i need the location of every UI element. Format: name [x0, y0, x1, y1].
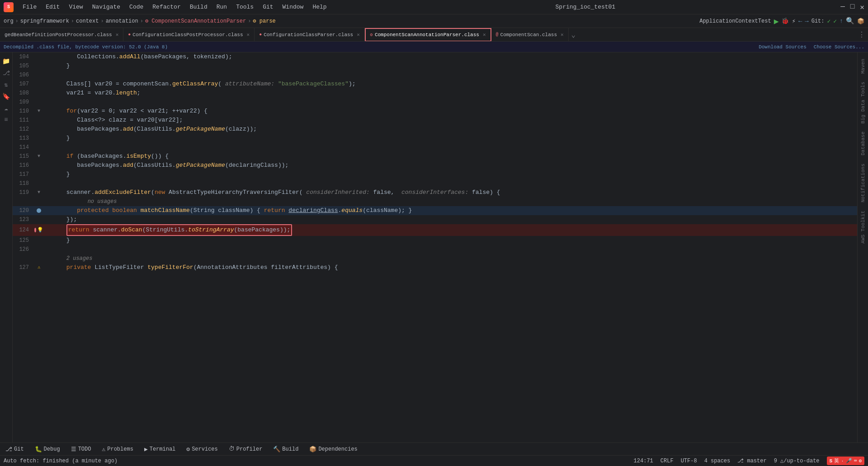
code-editor[interactable]: 104 Collections.addAll(basePackages, tok… [13, 52, 857, 442]
sidebar-pull-requests-icon[interactable]: ⇅ [1, 80, 11, 89]
sidebar-aws[interactable]: AWS Toolkit [859, 208, 867, 246]
tab-settings-button[interactable]: ⋮ [855, 30, 868, 39]
tab-4-close[interactable]: ✕ [561, 32, 564, 38]
mic-icon[interactable]: 🎤 [846, 458, 852, 464]
breadcrumb-context[interactable]: context [76, 18, 99, 24]
menu-help[interactable]: Help [309, 3, 330, 11]
nav-forward[interactable]: → [805, 18, 808, 25]
maximize-button[interactable]: □ [850, 3, 855, 12]
breadcrumb: org › springframework › context › annota… [4, 18, 276, 24]
fold-icon-119[interactable]: ▼ [38, 188, 40, 197]
indent[interactable]: 4 spaces [704, 458, 731, 464]
tab-bar: gedBeanDefinitionPostProcessor.class ✕ ●… [0, 28, 868, 42]
info-bar: Decompiled .class file, bytecode version… [0, 42, 868, 52]
toolbar-problems[interactable]: ⚠ Problems [100, 445, 135, 454]
menu-tools[interactable]: Tools [232, 3, 257, 11]
cursor-position[interactable]: 124:71 [634, 458, 653, 464]
toolbar-todo[interactable]: ☰ TODO [69, 445, 93, 454]
lang-toggle[interactable]: 英 [834, 457, 839, 464]
tab-2-close[interactable]: ✕ [357, 32, 360, 38]
code-text-112: basePackages.add(ClassUtils.getPackageNa… [43, 125, 857, 134]
menu-window[interactable]: Window [279, 3, 307, 11]
tab-2[interactable]: ● ConfigurationClassParser.class ✕ [255, 28, 365, 42]
tab-3-close[interactable]: ✕ [483, 32, 486, 38]
sidebar-maven[interactable]: Maven [859, 56, 867, 76]
code-text-115: if (basePackages.isEmpty()) { [43, 152, 857, 161]
sidebar-aws-icon[interactable]: ☁ [1, 103, 11, 113]
toolbar-git[interactable]: ⎇ Git [4, 445, 26, 454]
menu-refactor[interactable]: Refactor [149, 3, 184, 11]
run-button[interactable]: ▶ [774, 16, 779, 26]
status-right: 124:71 CRLF UTF-8 4 spaces ⎇ master 9 △/… [634, 457, 864, 465]
code-text-104: Collections.addAll(basePackages, tokeniz… [43, 52, 857, 61]
choose-sources-button[interactable]: Choose Sources... [814, 44, 864, 50]
run-config-name[interactable]: ApplicationContextTest [699, 18, 771, 24]
menu-navigate[interactable]: Navigate [89, 3, 124, 11]
coverage-button[interactable]: ⚡ [792, 17, 795, 25]
sidebar-bookmarks-icon[interactable]: 🔖 [1, 91, 11, 101]
sogou-badge: S 英 · 🎤 ⌨ ⚙ [827, 457, 864, 465]
menu-run[interactable]: Run [213, 3, 231, 11]
breadcrumb-annotation[interactable]: annotation [106, 18, 138, 24]
menu-file[interactable]: File [19, 3, 40, 11]
menu-code[interactable]: Code [126, 3, 147, 11]
git-push[interactable]: ↑ [840, 18, 843, 24]
nav-back[interactable]: ← [798, 18, 802, 25]
tab-3[interactable]: ⚙ ComponentScanAnnotationParser.class ✕ [365, 28, 491, 42]
settings-icon[interactable]: ⚙ [859, 458, 862, 464]
more-tabs-button[interactable]: ⌄ [569, 30, 579, 39]
toolbar-debug[interactable]: 🐛 Debug [33, 445, 62, 454]
toolbar-dependencies[interactable]: 📦 Dependencies [307, 445, 359, 454]
menu-edit[interactable]: Edit [42, 3, 63, 11]
minimize-button[interactable]: — [840, 3, 845, 12]
breadcrumb-springframework[interactable]: springframework [20, 18, 69, 24]
breadcrumb-org[interactable]: org [4, 18, 14, 24]
close-button[interactable]: ✕ [860, 3, 864, 12]
menu-build[interactable]: Build [186, 3, 211, 11]
git-update[interactable]: ✓ [833, 18, 837, 25]
gutter-124: 💡 [34, 226, 43, 235]
fold-icon[interactable]: ▼ [38, 107, 40, 116]
menu-git[interactable]: Git [259, 3, 277, 11]
tab-1[interactable]: ● ConfigurationClassPostProcessor.class … [123, 28, 255, 42]
toolbar-profiler[interactable]: ⏱ Profiler [227, 445, 264, 453]
line-ending[interactable]: CRLF [660, 458, 674, 464]
code-line-106: 106 [13, 71, 857, 80]
menu-view[interactable]: View [65, 3, 86, 11]
git-check[interactable]: ✓ [827, 18, 831, 25]
sidebar-database[interactable]: Database [859, 129, 867, 158]
keyboard-icon[interactable]: ⌨ [854, 458, 857, 464]
tab-4[interactable]: @ ComponentScan.class ✕ [491, 28, 569, 42]
warning-icon-124: 💡 [37, 226, 43, 235]
vcs-alerts[interactable]: 9 △/up-to-date [774, 457, 820, 464]
tab-1-close[interactable]: ✕ [247, 32, 250, 38]
blue-dot [37, 208, 41, 213]
toolbar-build[interactable]: 🔨 Build [271, 445, 300, 454]
breadcrumb-class[interactable]: ⚙ ComponentScanAnnotationParser [145, 18, 246, 24]
dependencies-icon: 📦 [309, 446, 316, 453]
code-text-106 [43, 71, 857, 80]
download-sources-button[interactable]: Download Sources [759, 44, 807, 50]
sidebar-big-data[interactable]: Big Data Tools [859, 79, 867, 126]
tab-0-close[interactable]: ✕ [116, 32, 119, 38]
code-line-2usages: 2 usages [13, 254, 857, 263]
encoding[interactable]: UTF-8 [681, 458, 697, 464]
code-content-area[interactable]: 104 Collections.addAll(basePackages, tok… [13, 52, 857, 442]
fold-icon-115[interactable]: ▼ [38, 152, 40, 161]
toolbar-services[interactable]: ⚙ Services [184, 445, 219, 454]
code-text-117: } [43, 170, 857, 179]
code-line-113: 113 } [13, 134, 857, 143]
sidebar-structure-icon[interactable]: ≡ [1, 115, 11, 125]
sidebar-project-icon[interactable]: 📁 [1, 56, 11, 66]
debug-run-button[interactable]: 🐞 [781, 17, 789, 25]
vcs-branch[interactable]: ⎇ master [737, 457, 766, 464]
services-icon: ⚙ [186, 446, 190, 453]
tab-0[interactable]: gedBeanDefinitionPostProcessor.class ✕ [0, 28, 123, 42]
sidebar-notifications[interactable]: Notifications [859, 161, 867, 205]
toolbar-terminal[interactable]: ▶ Terminal [142, 445, 177, 454]
code-text-120: protected boolean matchClassName(String … [43, 206, 857, 215]
sidebar-commit-icon[interactable]: ⎇ [1, 68, 11, 78]
code-text-111: Class<?> clazz = var20[var22]; [43, 116, 857, 125]
search-button[interactable]: 🔍 [846, 17, 854, 25]
breadcrumb-method[interactable]: ⚙ parse [253, 18, 275, 24]
